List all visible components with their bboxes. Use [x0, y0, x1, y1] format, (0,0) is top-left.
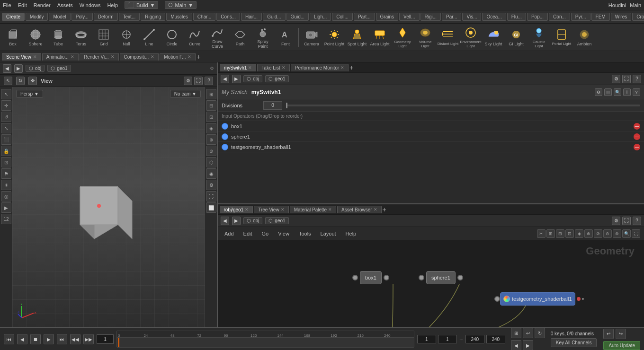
icon-sphere[interactable]: Sphere: [25, 25, 46, 50]
build-selector[interactable]: ⬛ Build ▼: [125, 1, 158, 9]
icon-drawcurve[interactable]: Draw Curve: [206, 25, 228, 50]
vp-render-tool[interactable]: ▶: [1, 202, 11, 213]
key-all-channels-button[interactable]: Key All Channels: [551, 338, 597, 347]
icon-camera[interactable]: Camera: [301, 25, 322, 50]
divisions-slider[interactable]: [286, 105, 640, 106]
shelf-tab-guid2[interactable]: Guid...: [286, 13, 309, 21]
bottom-icon-2[interactable]: ↩: [523, 328, 533, 338]
node-ticon-5[interactable]: ◈: [575, 229, 583, 238]
node-panel-tab-add[interactable]: +: [383, 206, 386, 213]
scene-tab-add[interactable]: +: [197, 53, 200, 61]
scene-tab-sceneview-close[interactable]: ✕: [33, 54, 37, 59]
node-ticon-expand[interactable]: ⛶: [632, 229, 640, 238]
vp-lock-icon[interactable]: 🔒: [1, 146, 11, 156]
shelf-tab-poly[interactable]: Poly...: [72, 13, 93, 21]
vp-right-5[interactable]: ⊛: [206, 134, 216, 145]
tab-perfmonitor[interactable]: Performance Monitor ✕: [291, 64, 349, 71]
tab-myswitvh1-close[interactable]: ✕: [248, 65, 252, 70]
node-panel-settings[interactable]: ⚙: [612, 217, 620, 225]
scene-tab-composite-close[interactable]: ✕: [151, 54, 154, 59]
node-ticon-7[interactable]: ⊘: [594, 229, 602, 238]
viewport-3d[interactable]: Persp ▼ No cam ▼: [12, 87, 205, 327]
icon-spraypaint[interactable]: Spray Paint: [252, 25, 274, 50]
node-panel-help[interactable]: ?: [633, 217, 641, 225]
tab-assetbrowser-close[interactable]: ✕: [374, 207, 377, 212]
frame-end-input-240[interactable]: [465, 335, 484, 343]
shelf-tab-con[interactable]: Con...: [549, 13, 570, 21]
node-panel-expand[interactable]: ⛶: [622, 217, 631, 225]
icon-curve[interactable]: Curve: [184, 25, 206, 50]
transport-stop[interactable]: ⏹: [30, 334, 41, 344]
node-ticon-4[interactable]: ⊡: [565, 229, 574, 238]
scene-tab-animation-close[interactable]: ✕: [71, 54, 74, 59]
vp-right-6[interactable]: ⊘: [206, 146, 216, 156]
scene-tab-render-close[interactable]: ✕: [111, 54, 115, 59]
op-sphere1-delete[interactable]: —: [634, 133, 640, 140]
node-ticon-9[interactable]: ⊚: [613, 229, 621, 238]
shelf-tab-ligh[interactable]: Ligh...: [310, 13, 331, 21]
vp-cam-tool[interactable]: ◎: [1, 191, 11, 201]
scene-tab-animation[interactable]: Animatio... ✕: [42, 53, 79, 61]
bottom-icon-1[interactable]: ⊞: [511, 328, 521, 338]
node-box1[interactable]: box1: [355, 271, 386, 284]
node-canvas[interactable]: Geometry box1: [218, 240, 644, 327]
node-menu-layout[interactable]: Layout: [318, 230, 339, 237]
shelf-tab-grains[interactable]: Grains: [376, 13, 398, 21]
menu-assets[interactable]: Assets: [57, 2, 73, 8]
node-menu-edit[interactable]: Edit: [241, 230, 255, 237]
switch-panel-settings[interactable]: ⚙: [612, 75, 620, 83]
icon-geolight[interactable]: Geometry Light: [392, 25, 413, 50]
viewport-geo-path[interactable]: ⬡ geo1: [47, 65, 71, 72]
icon-circle[interactable]: Circle: [161, 25, 183, 50]
vp-right-11[interactable]: ⬜: [206, 202, 216, 213]
viewport-cam-btn[interactable]: No cam ▼: [170, 90, 201, 98]
switch-gear-icon[interactable]: ⚙: [595, 88, 602, 96]
switch-H-icon[interactable]: H: [604, 88, 612, 96]
vp-select-tool[interactable]: ↖: [1, 89, 11, 99]
icon-causticlight[interactable]: Caustic Light: [528, 25, 550, 50]
icon-box[interactable]: Box: [2, 25, 24, 50]
shelf-tab-vell[interactable]: Vell...: [399, 13, 419, 21]
shelf-tab-coll[interactable]: Coll...: [332, 13, 353, 21]
auto-update-button[interactable]: Auto Update: [603, 341, 640, 350]
tab-takelist[interactable]: Take List ✕: [257, 64, 289, 71]
icon-volumelight[interactable]: Volume Light: [414, 25, 436, 50]
shelf-tab-vis[interactable]: Vis...: [462, 13, 481, 21]
tab-assetbrowser[interactable]: Asset Browser ✕: [337, 206, 381, 213]
vp-right-10[interactable]: ⛶: [206, 191, 216, 201]
node-panel-obj[interactable]: ⬡ obj: [243, 217, 262, 224]
transport-play[interactable]: ▶: [44, 334, 54, 344]
shelf-tab-deform[interactable]: Deform: [94, 13, 118, 21]
switch-panel-forward[interactable]: ▶: [232, 75, 241, 83]
switch-panel-help[interactable]: ?: [633, 75, 641, 83]
vp-right-8[interactable]: ◉: [206, 168, 216, 179]
menu-windows[interactable]: Windows: [80, 2, 101, 8]
shelf-tab-create[interactable]: Create: [2, 13, 25, 21]
tab-obj-geo1[interactable]: /obj/geo1 ✕: [220, 206, 253, 213]
switch-panel-tab-add[interactable]: +: [349, 64, 353, 71]
shelf-tab-par[interactable]: Par...: [442, 13, 461, 21]
vp-right-7[interactable]: ⬡: [206, 157, 216, 167]
node-ticon-8[interactable]: ⊙: [603, 229, 612, 238]
icon-path[interactable]: Path: [229, 25, 251, 50]
node-menu-view[interactable]: View: [275, 230, 292, 237]
switch-info-icon[interactable]: i: [623, 88, 631, 96]
node-menu-help[interactable]: Help: [343, 230, 359, 237]
vp-flag-tool[interactable]: ⚑: [1, 168, 11, 179]
tab-myswitvh1[interactable]: mySwitvh1 ✕: [220, 64, 256, 71]
bottom-icon-4[interactable]: ◀: [511, 340, 521, 350]
icon-pointlight[interactable]: Point Light: [323, 25, 345, 50]
view-tool-pan[interactable]: ✥: [28, 77, 37, 85]
tab-obj-geo1-close[interactable]: ✕: [245, 207, 249, 212]
node-menu-tools[interactable]: Tools: [296, 230, 314, 237]
shelf-tab-guid1[interactable]: Guid...: [263, 13, 285, 21]
icon-grid[interactable]: Grid: [93, 25, 115, 50]
vp-scale-tool[interactable]: ⤡: [1, 123, 11, 133]
view-tool-rotate[interactable]: ↻: [16, 77, 25, 85]
bottom-icon-5[interactable]: ▶: [523, 340, 533, 350]
shelf-tab-fem[interactable]: FEM: [591, 13, 610, 21]
icon-null[interactable]: Null: [116, 25, 137, 50]
scene-tab-motionf-close[interactable]: ✕: [188, 54, 191, 59]
vp-right-2[interactable]: ⊟: [206, 100, 216, 111]
vp-right-1[interactable]: ⊞: [206, 89, 216, 99]
